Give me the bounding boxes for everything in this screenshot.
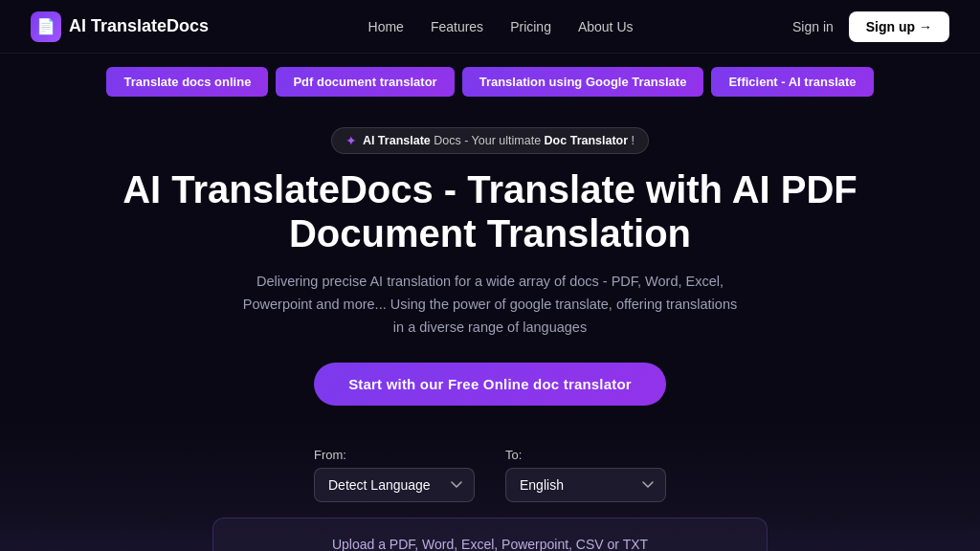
tag-ai-translate[interactable]: Efficient - AI translate <box>711 67 873 97</box>
logo-text: AI TranslateDocs <box>69 16 209 36</box>
from-language-select[interactable]: Detect Language English Spanish French G… <box>314 468 475 502</box>
badge-end-text: ! <box>632 134 635 147</box>
upload-text: Upload a PDF, Word, Excel, Powerpoint, C… <box>332 537 648 551</box>
language-selectors: From: Detect Language English Spanish Fr… <box>314 448 666 502</box>
from-label: From: <box>314 448 475 462</box>
signup-button[interactable]: Sign up → <box>849 11 949 42</box>
to-label: To: <box>505 448 666 462</box>
from-language-group: From: Detect Language English Spanish Fr… <box>314 448 475 502</box>
badge-doc-text: Doc Translator <box>545 134 629 147</box>
tag-bar: Translate docs online Pdf document trans… <box>0 54 980 110</box>
tag-translate-docs[interactable]: Translate docs online <box>106 67 268 97</box>
hero-subtitle: Delivering precise AI translation for a … <box>241 271 739 340</box>
nav-about[interactable]: About Us <box>578 19 634 34</box>
nav-home[interactable]: Home <box>368 19 404 34</box>
hero-section: ✦ AI Translate Docs - Your ultimate Doc … <box>0 110 980 421</box>
nav-features[interactable]: Features <box>431 19 483 34</box>
cta-button[interactable]: Start with our Free Online doc translato… <box>314 363 666 406</box>
navbar: 📄 AI TranslateDocs Home Features Pricing… <box>0 0 980 54</box>
upload-box[interactable]: Upload a PDF, Word, Excel, Powerpoint, C… <box>212 518 768 551</box>
badge-content: AI Translate Docs - Your ultimate Doc Tr… <box>363 134 635 147</box>
nav-pricing[interactable]: Pricing <box>510 19 551 34</box>
nav-actions: Sign in Sign up → <box>792 11 949 42</box>
to-language-group: To: English Spanish French German Chines… <box>505 448 666 502</box>
translator-section: From: Detect Language English Spanish Fr… <box>0 421 980 551</box>
logo[interactable]: 📄 AI TranslateDocs <box>31 11 209 42</box>
logo-icon: 📄 <box>31 11 61 42</box>
tag-google-translate[interactable]: Translation using Google Translate <box>462 67 704 97</box>
badge-mid-text: Docs - Your ultimate <box>434 134 544 147</box>
signin-button[interactable]: Sign in <box>792 19 834 34</box>
nav-links: Home Features Pricing About Us <box>368 18 634 35</box>
to-language-select[interactable]: English Spanish French German Chinese <box>505 468 666 502</box>
hero-title: AI TranslateDocs - Translate with AI PDF… <box>117 167 863 255</box>
hero-badge: ✦ AI Translate Docs - Your ultimate Doc … <box>331 127 649 154</box>
badge-spark-icon: ✦ <box>345 133 357 148</box>
badge-ai-text: AI Translate <box>363 134 431 147</box>
tag-pdf-translator[interactable]: Pdf document translator <box>276 67 454 97</box>
